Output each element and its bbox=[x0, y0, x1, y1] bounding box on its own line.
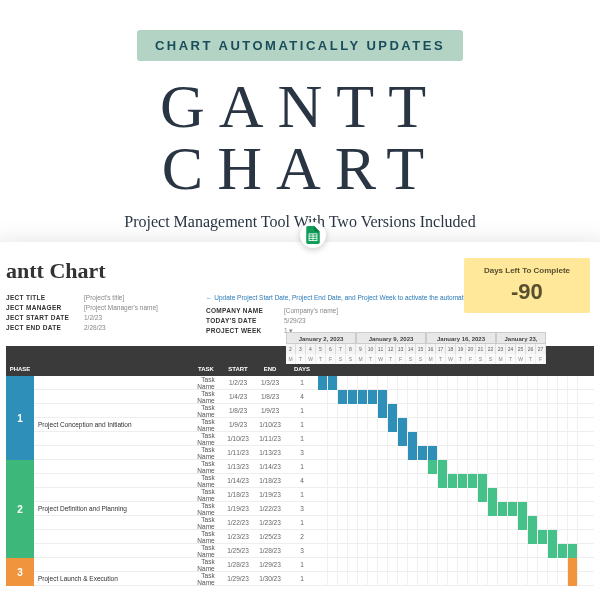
day-number: 18 bbox=[446, 344, 456, 354]
day-of-week: T bbox=[526, 354, 536, 364]
task-days: 1 bbox=[286, 491, 318, 498]
task-start: 1/25/23 bbox=[222, 547, 254, 554]
meta-value[interactable]: [Company's name] bbox=[284, 307, 338, 314]
gantt-bar-row bbox=[318, 558, 578, 572]
phase-number-tab: 1 bbox=[6, 376, 34, 460]
task-end: 1/30/23 bbox=[254, 575, 286, 582]
days-left-label: Days Left To Complete bbox=[484, 266, 570, 275]
task-row[interactable]: Task Name1/11/231/13/233 bbox=[34, 446, 594, 460]
month-header: January 2, 2023 bbox=[286, 332, 356, 344]
day-of-week: S bbox=[336, 354, 346, 364]
phase-block: 3Task Name1/28/231/29/231Project Launch … bbox=[6, 558, 594, 586]
day-of-week: M bbox=[496, 354, 506, 364]
task-row[interactable]: Task Name1/10/231/11/231 bbox=[34, 432, 594, 446]
task-end: 1/28/23 bbox=[254, 547, 286, 554]
task-row[interactable]: Task Name1/4/231/8/234 bbox=[34, 390, 594, 404]
meta-value[interactable]: 5/29/23 bbox=[284, 317, 306, 324]
gantt-bar-row bbox=[318, 488, 578, 502]
task-name: Task Name bbox=[197, 446, 214, 460]
task-end: 1/23/23 bbox=[254, 519, 286, 526]
phase-block: 2Task Name1/13/231/14/231Task Name1/14/2… bbox=[6, 460, 594, 558]
day-of-week: F bbox=[536, 354, 546, 364]
task-row[interactable]: Task Name1/25/231/28/233 bbox=[34, 544, 594, 558]
header-phase: PHASE bbox=[6, 366, 34, 376]
day-of-week: M bbox=[426, 354, 436, 364]
task-days: 3 bbox=[286, 449, 318, 456]
day-number: 3 bbox=[296, 344, 306, 354]
days-left-value: -90 bbox=[484, 279, 570, 305]
day-of-week: W bbox=[376, 354, 386, 364]
task-start: 1/18/23 bbox=[222, 491, 254, 498]
task-days: 4 bbox=[286, 393, 318, 400]
task-days: 2 bbox=[286, 533, 318, 540]
task-row[interactable]: Task Name1/13/231/14/231 bbox=[34, 460, 594, 474]
day-of-week: S bbox=[476, 354, 486, 364]
task-start: 1/23/23 bbox=[222, 533, 254, 540]
task-end: 1/14/23 bbox=[254, 463, 286, 470]
phase-number-tab: 3 bbox=[6, 558, 34, 586]
task-days: 1 bbox=[286, 435, 318, 442]
meta-label: JECT TITLE bbox=[6, 294, 84, 301]
task-row[interactable]: Task Name1/28/231/29/231 bbox=[34, 558, 594, 572]
task-row[interactable]: Project Conception and InitiationTask Na… bbox=[34, 418, 594, 432]
subtitle: Project Management Tool With Two Version… bbox=[25, 213, 575, 231]
header-start: START bbox=[222, 366, 254, 376]
google-sheets-icon bbox=[300, 222, 326, 248]
eyebrow-badge: CHART AUTOMATICALLY UPDATES bbox=[137, 30, 463, 61]
day-number: 11 bbox=[376, 344, 386, 354]
meta-value[interactable]: [Project's title] bbox=[84, 294, 124, 301]
meta-label: JECT END DATE bbox=[6, 324, 84, 331]
day-of-week: S bbox=[416, 354, 426, 364]
day-number: 27 bbox=[536, 344, 546, 354]
timeline-header: January 2, 2023January 9, 2023January 16… bbox=[286, 332, 594, 364]
task-days: 1 bbox=[286, 407, 318, 414]
gantt-bar-row bbox=[318, 390, 578, 404]
task-end: 1/9/23 bbox=[254, 407, 286, 414]
task-start: 1/4/23 bbox=[222, 393, 254, 400]
day-of-week: T bbox=[506, 354, 516, 364]
meta-label: PROJECT WEEK bbox=[206, 327, 284, 335]
task-days: 1 bbox=[286, 379, 318, 386]
task-row[interactable]: Task Name1/18/231/19/231 bbox=[34, 488, 594, 502]
task-row[interactable]: Task Name1/14/231/18/234 bbox=[34, 474, 594, 488]
day-of-week: W bbox=[516, 354, 526, 364]
meta-value[interactable]: 2/28/23 bbox=[84, 324, 106, 331]
day-of-week: T bbox=[386, 354, 396, 364]
meta-value[interactable]: [Project Manager's name] bbox=[84, 304, 158, 311]
task-name: Task Name bbox=[197, 516, 214, 530]
gantt-bar-row bbox=[318, 572, 578, 586]
day-of-week: S bbox=[406, 354, 416, 364]
task-row[interactable]: Project Launch & ExecutionTask Name1/29/… bbox=[34, 572, 594, 586]
day-number: 17 bbox=[436, 344, 446, 354]
task-name: Task Name bbox=[197, 530, 214, 544]
task-start: 1/2/23 bbox=[222, 379, 254, 386]
task-days: 1 bbox=[286, 519, 318, 526]
task-name: Task Name bbox=[197, 404, 214, 418]
task-start: 1/8/23 bbox=[222, 407, 254, 414]
task-start: 1/28/23 bbox=[222, 561, 254, 568]
month-header: January 9, 2023 bbox=[356, 332, 426, 344]
day-number: 22 bbox=[486, 344, 496, 354]
task-days: 3 bbox=[286, 547, 318, 554]
day-of-week: T bbox=[436, 354, 446, 364]
day-number: 26 bbox=[526, 344, 536, 354]
meta-label: JECT START DATE bbox=[6, 314, 84, 321]
task-row[interactable]: Task Name1/8/231/9/231 bbox=[34, 404, 594, 418]
task-end: 1/13/23 bbox=[254, 449, 286, 456]
day-of-week: T bbox=[366, 354, 376, 364]
gantt-bar-row bbox=[318, 446, 578, 460]
day-number: 25 bbox=[516, 344, 526, 354]
task-row[interactable]: Project Definition and PlanningTask Name… bbox=[34, 502, 594, 516]
day-of-week: W bbox=[446, 354, 456, 364]
task-name: Task Name bbox=[197, 544, 214, 558]
task-row[interactable]: Task Name1/22/231/23/231 bbox=[34, 516, 594, 530]
task-days: 3 bbox=[286, 505, 318, 512]
task-row[interactable]: Task Name1/23/231/25/232 bbox=[34, 530, 594, 544]
task-end: 1/11/23 bbox=[254, 435, 286, 442]
meta-value[interactable]: 1/2/23 bbox=[84, 314, 102, 321]
day-number: 24 bbox=[506, 344, 516, 354]
task-name: Task Name bbox=[197, 432, 214, 446]
task-row[interactable]: Task Name1/2/231/3/231 bbox=[34, 376, 594, 390]
phase-number-tab: 2 bbox=[6, 460, 34, 558]
task-start: 1/22/23 bbox=[222, 519, 254, 526]
